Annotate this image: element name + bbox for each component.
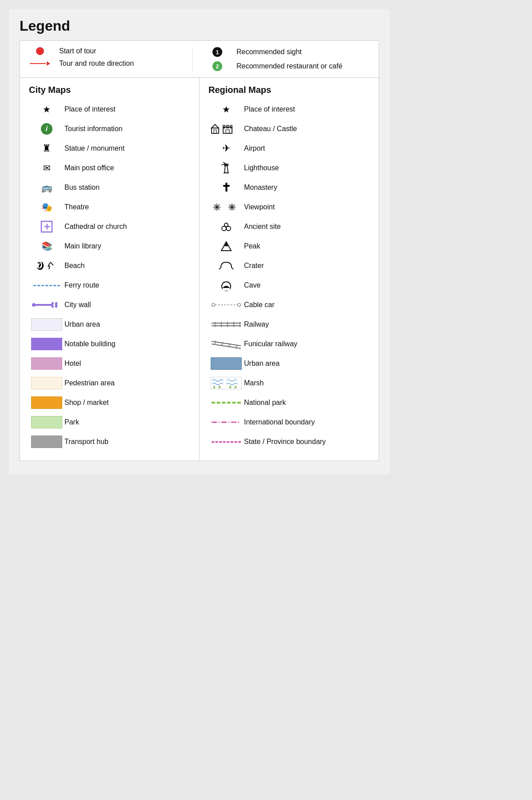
chateau-castle-label: Chateau / Castle [244, 124, 297, 134]
svg-rect-3 [36, 304, 52, 306]
national-park-label: National park [244, 398, 286, 408]
lighthouse-label: Lighthouse [244, 164, 279, 173]
svg-rect-5 [55, 302, 57, 308]
intl-boundary-icon [208, 420, 244, 424]
svg-rect-36 [223, 288, 230, 291]
list-item: Shop / market [29, 393, 190, 412]
notable-building-label: Notable building [64, 340, 116, 349]
list-item: ✈ Airport [208, 139, 370, 158]
transport-hub-icon [29, 436, 64, 448]
svg-marker-8 [212, 124, 219, 128]
list-item: Peak [208, 236, 370, 256]
list-item: 🎭 Theatre [29, 197, 190, 217]
list-item: ♜ Statue / monument [29, 139, 190, 158]
funicular-icon [208, 339, 244, 349]
recommended-sight-item: 1 Recommended sight [206, 47, 370, 57]
list-item: Cave [208, 276, 370, 295]
list-item: 𝕮 Beach [29, 256, 190, 276]
ferry-route-icon [29, 285, 64, 286]
list-item: Ancient site [208, 217, 370, 236]
statue-label: Statue / monument [64, 144, 124, 153]
railway-label: Railway [244, 320, 269, 329]
peak-icon [208, 240, 244, 252]
cable-car-icon [208, 301, 244, 308]
list-item: Ferry route [29, 276, 190, 295]
hotel-label: Hotel [64, 359, 81, 368]
svg-point-30 [224, 223, 228, 227]
list-item: ✉ Main post office [29, 158, 190, 178]
tourist-info-icon: i [29, 123, 64, 135]
city-maps-column: City Maps ★ Place of interest i Tourist … [20, 78, 200, 460]
state-boundary-icon [208, 441, 244, 443]
list-item: Pedestrian area [29, 373, 190, 393]
list-item: &#✝; ✛ Cathedral or church [29, 217, 190, 236]
regional-place-label: Place of interest [244, 105, 295, 114]
main-content: City Maps ★ Place of interest i Tourist … [20, 78, 379, 461]
regional-urban-icon [208, 357, 244, 370]
svg-rect-7 [212, 128, 219, 133]
list-item: Lighthouse [208, 158, 370, 178]
svg-line-33 [219, 268, 221, 269]
statue-icon: ♜ [29, 143, 64, 154]
list-item: Railway [208, 315, 370, 334]
regional-maps-column: Regional Maps ★ Place of interest [200, 78, 379, 460]
city-maps-heading: City Maps [29, 85, 190, 95]
svg-rect-11 [223, 125, 225, 128]
list-item: National park [208, 393, 370, 412]
city-wall-label: City wall [64, 300, 91, 310]
svg-rect-6 [53, 304, 55, 306]
urban-area-label: Urban area [64, 320, 100, 329]
list-item: International boundary [208, 412, 370, 432]
cave-icon [208, 279, 244, 292]
viewpoint-label: Viewpoint [244, 203, 275, 212]
regional-urban-label: Urban area [244, 359, 280, 368]
pedestrian-area-label: Pedestrian area [64, 379, 115, 388]
list-item: Urban area [208, 354, 370, 373]
monastery-icon: ✝ [208, 181, 244, 195]
green-circle-2-icon: 2 [206, 61, 228, 71]
svg-point-39 [238, 304, 241, 307]
red-arrow-icon [29, 61, 51, 66]
park-icon [29, 416, 64, 428]
crater-label: Crater [244, 261, 264, 271]
viewpoint-icon [208, 201, 244, 213]
page-title: Legend [20, 18, 379, 34]
tour-route-label: Tour and route direction [59, 60, 134, 68]
beach-label: Beach [64, 261, 84, 271]
list-item: 🚌 Bus station [29, 178, 190, 197]
header-box: Start of tour Tour and route direction 1 [20, 40, 379, 78]
svg-line-34 [232, 268, 233, 269]
intl-boundary-label: International boundary [244, 418, 315, 427]
svg-rect-13 [230, 125, 232, 128]
svg-point-37 [212, 304, 215, 307]
list-item: ★ Place of interest [208, 100, 370, 119]
list-item: Viewpoint [208, 197, 370, 217]
star-icon: ★ [29, 104, 64, 115]
marsh-label: Marsh [244, 379, 264, 388]
shop-market-label: Shop / market [64, 398, 109, 408]
envelope-icon: ✉ [29, 163, 64, 173]
list-item: Urban area [29, 315, 190, 334]
header-left: Start of tour Tour and route direction [29, 47, 192, 71]
railway-icon [208, 320, 244, 328]
svg-rect-53 [211, 377, 242, 389]
list-item: ★ Place of interest [29, 100, 190, 119]
header-right: 1 Recommended sight 2 Recommended restau… [192, 47, 370, 71]
bus-station-label: Bus station [64, 183, 100, 192]
ancient-site-icon [208, 220, 244, 233]
list-item: ✝ Monastery [208, 178, 370, 197]
shop-market-icon [29, 396, 64, 409]
marsh-icon [208, 377, 244, 389]
red-dot-icon [29, 47, 51, 55]
national-park-icon [208, 402, 244, 404]
urban-area-icon [29, 318, 64, 331]
list-item: State / Province boundary [208, 432, 370, 452]
recommended-restaurant-label: Recommended restaurant or café [236, 62, 342, 70]
funicular-label: Funicular railway [244, 340, 297, 349]
cathedral-label: Cathedral or church [64, 222, 127, 232]
city-wall-icon [29, 301, 64, 309]
list-item: Marsh [208, 373, 370, 393]
post-office-label: Main post office [64, 164, 114, 173]
list-item: Funicular railway [208, 334, 370, 354]
start-of-tour-item: Start of tour [29, 47, 192, 55]
